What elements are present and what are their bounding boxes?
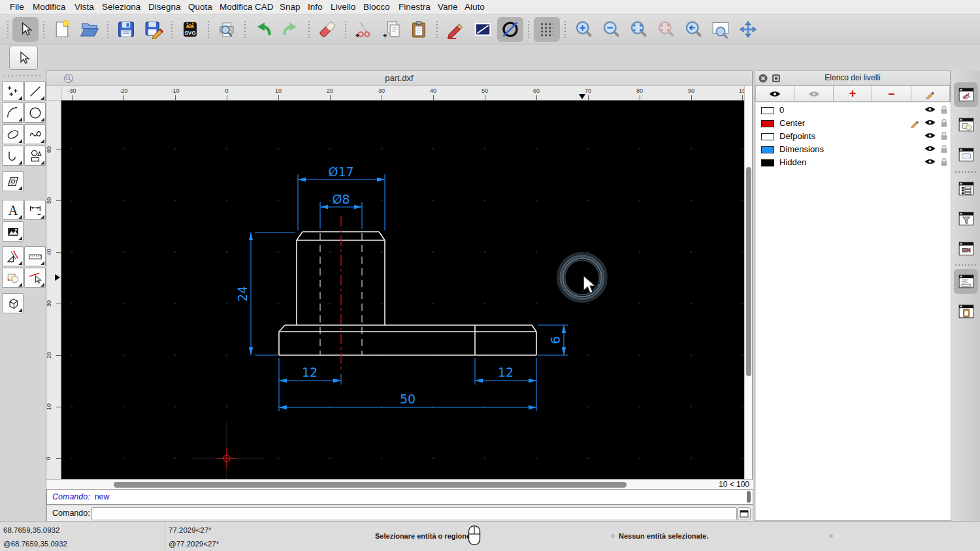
layer-color-swatch[interactable] (761, 159, 774, 166)
layer-color-swatch[interactable] (761, 120, 774, 127)
menu-modifica-cad[interactable]: Modifica CAD (220, 0, 274, 14)
menu-aiuto[interactable]: Aiuto (465, 0, 485, 14)
dock-block-list-button[interactable] (954, 112, 978, 137)
menu-seleziona[interactable]: Seleziona (102, 0, 140, 14)
layer-lock-icon[interactable] (940, 157, 948, 166)
deselect-tool-button[interactable] (24, 268, 46, 288)
menu-disegna[interactable]: Disegna (148, 0, 181, 14)
svg-export-button[interactable]: SVG (177, 17, 203, 42)
add-layer-button[interactable]: + (834, 86, 872, 102)
zoom-pan-button[interactable] (735, 17, 761, 42)
grid-toggle-button[interactable] (534, 17, 560, 42)
cut-button[interactable] (351, 17, 377, 42)
polyline-tool-button[interactable] (2, 146, 24, 166)
zoom-in-button[interactable] (570, 17, 596, 42)
dock-camera-view-button[interactable] (954, 236, 978, 261)
layer-visible-icon[interactable] (924, 105, 936, 114)
command-options-button[interactable] (737, 507, 751, 520)
layer-visible-icon[interactable] (924, 144, 936, 153)
paste-button[interactable] (406, 17, 432, 42)
layer-row[interactable]: Dimensions (756, 143, 951, 156)
dock-entity-list-button[interactable] (954, 176, 978, 201)
remove-layer-button[interactable]: – (872, 86, 911, 102)
vscroll-thumb[interactable] (746, 167, 751, 376)
copy-button[interactable] (378, 17, 404, 42)
layer-lock-icon[interactable] (940, 105, 948, 114)
drawing-canvas[interactable]: Ø17 Ø8 24 6 12 12 50 (61, 101, 745, 479)
open-file-button[interactable] (76, 17, 103, 42)
zoom-previous-button[interactable] (653, 17, 679, 42)
layer-visible-icon[interactable] (924, 118, 936, 127)
menu-snap[interactable]: Snap (280, 0, 301, 14)
command-history-scrollbar[interactable] (747, 491, 751, 503)
delete-button[interactable] (314, 17, 340, 42)
line-tool-button[interactable] (24, 81, 46, 101)
hide-all-layers-button[interactable] (794, 86, 833, 102)
block-tool-button[interactable] (2, 268, 24, 288)
text-tool-button[interactable]: A (2, 200, 24, 220)
modify-tool-button[interactable] (2, 246, 24, 266)
save-as-button[interactable] (140, 17, 167, 42)
measure-tool-button[interactable] (24, 246, 46, 266)
dock-clipboard-button[interactable] (954, 299, 978, 324)
print-preview-button[interactable] (214, 17, 240, 42)
solid-3d-tool-button[interactable] (2, 293, 24, 313)
menu-modifica[interactable]: Modifica (33, 0, 65, 14)
zoom-auto-button[interactable] (625, 17, 651, 42)
pen-settings-button[interactable] (442, 17, 468, 42)
vruler-label: 40 (46, 249, 52, 255)
ellipse-tool-button[interactable] (2, 124, 24, 144)
show-all-layers-button[interactable] (755, 86, 794, 102)
tool-palette: A (0, 72, 46, 521)
spline-tool-button[interactable] (24, 124, 46, 144)
menu-blocco[interactable]: Blocco (363, 0, 390, 14)
layer-color-swatch[interactable] (761, 107, 774, 114)
layer-row[interactable]: Hidden (756, 156, 951, 169)
layer-row[interactable]: 0 (756, 104, 951, 117)
line-attributes-button[interactable] (470, 17, 496, 42)
layer-lock-icon[interactable] (940, 131, 948, 140)
redo-button[interactable] (278, 17, 304, 42)
dock-selection-filter-button[interactable] (954, 206, 978, 231)
select-tool-button[interactable] (12, 17, 39, 42)
layer-visible-icon[interactable] (924, 157, 936, 166)
layer-lock-icon[interactable] (940, 144, 948, 153)
hscroll-thumb[interactable] (114, 482, 627, 488)
dock-command-widget-button[interactable] (954, 269, 978, 294)
menu-livello[interactable]: Livello (331, 0, 355, 14)
hatch-tool-button[interactable] (2, 171, 24, 191)
layer-row[interactable]: Defpoints (756, 130, 951, 143)
menu-vista[interactable]: Vista (74, 0, 94, 14)
selection-pointer-button[interactable] (9, 46, 38, 70)
points-tool-button[interactable] (2, 81, 24, 101)
ortho-circle-button[interactable] (497, 17, 523, 42)
new-document-button[interactable] (49, 17, 75, 42)
layer-color-swatch[interactable] (761, 133, 774, 140)
zoom-out-button[interactable] (598, 17, 624, 42)
menu-file[interactable]: File (10, 0, 24, 14)
layer-row-current[interactable]: Center (756, 117, 951, 130)
image-tool-button[interactable] (2, 221, 24, 242)
undo-button[interactable] (250, 17, 276, 42)
dock-layer-list-button[interactable] (954, 82, 978, 107)
layer-lock-icon[interactable] (940, 118, 948, 127)
menu-quota[interactable]: Quota (188, 0, 212, 14)
vertical-scrollbar[interactable] (744, 86, 752, 479)
layer-color-swatch[interactable] (761, 146, 774, 153)
save-button[interactable] (113, 17, 139, 42)
zoom-back-button[interactable] (680, 17, 706, 42)
layer-visible-icon[interactable] (924, 131, 936, 140)
zoom-window-button[interactable] (708, 17, 734, 42)
polygon-tool-button[interactable] (24, 146, 46, 166)
command-input[interactable] (91, 507, 737, 520)
arc-tool-button[interactable] (2, 102, 24, 123)
horizontal-scrollbar[interactable]: 10 < 100 (46, 479, 753, 489)
menu-info[interactable]: Info (308, 0, 323, 14)
drawing-window-titlebar[interactable]: part.dxf (46, 71, 752, 86)
dimension-tool-button[interactable] (24, 200, 46, 220)
dock-library-browser-button[interactable] (954, 142, 978, 167)
menu-varie[interactable]: Varie (438, 0, 458, 14)
menu-finestra[interactable]: Finestra (399, 0, 431, 14)
edit-layer-button[interactable] (911, 86, 950, 102)
circle-tool-button[interactable] (24, 102, 46, 123)
